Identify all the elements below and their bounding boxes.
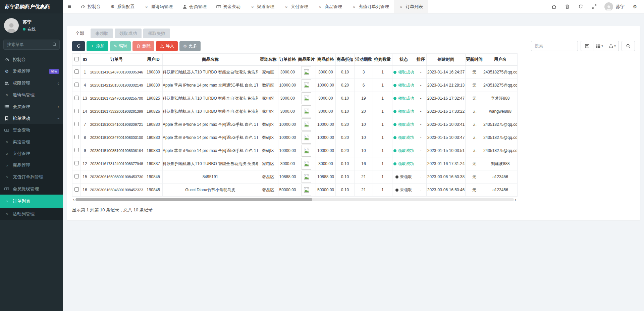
sidebar-item-控制台[interactable]: 控制台 [0, 54, 63, 65]
cell-username: 刘建波888 [483, 157, 518, 170]
cell-period: 20 [355, 105, 373, 118]
refresh-icon [76, 44, 81, 48]
tab-未领取[interactable]: 未领取 [91, 29, 113, 38]
topnav-item-label: 渠道管理 [257, 4, 274, 10]
home-icon[interactable] [551, 4, 557, 10]
row-checkbox[interactable] [74, 174, 79, 178]
cell-channel: 数码区 [258, 131, 278, 144]
select-all-checkbox[interactable] [74, 57, 79, 61]
row-checkbox[interactable] [74, 135, 79, 139]
row-checkbox[interactable] [74, 109, 79, 113]
circle-icon: ○ [4, 175, 9, 179]
top-navbar: ≡ 控制台⚙系统配置○邀请码管理会员管理资金变动○渠道管理○支付管理○商品管理○… [63, 0, 644, 13]
sidebar-item-label: 支付管理 [13, 151, 59, 157]
cell-status: 领取成功 [392, 66, 415, 79]
edit-button[interactable]: ✎编辑 [110, 41, 131, 51]
sidebar-search-input[interactable] [3, 40, 60, 50]
broken-image-icon [304, 174, 310, 180]
sidebar-subitem-支付管理[interactable]: ○支付管理 [0, 148, 63, 159]
topnav-item[interactable]: 资金变动 [211, 0, 245, 13]
sidebar-subitem-活动列管理[interactable]: ○活动列管理 [0, 208, 63, 220]
scroll-right-arrow[interactable]: › [514, 197, 517, 202]
cell-updated: 无 [466, 144, 483, 157]
cell-updated: 无 [466, 170, 483, 184]
dashboard-icon [80, 4, 86, 9]
topnav-item[interactable]: ⚙系统配置 [105, 0, 139, 13]
topnav-item[interactable]: 控制台 [76, 0, 105, 13]
table-search-input[interactable] [531, 41, 578, 51]
export-button[interactable]: ▾ [606, 41, 619, 51]
sidebar-menu: 控制台⚙常规管理new权限管理‹○邀请码管理会员管理‹抢单活动‹资金变动○渠道管… [0, 54, 63, 220]
scroll-left-arrow[interactable]: ‹ [72, 197, 75, 202]
scrollbar-thumb[interactable] [75, 198, 312, 201]
row-checkbox[interactable] [74, 122, 79, 126]
sidebar-item-label: 会员管理 [13, 104, 54, 110]
hamburger-icon[interactable]: ≡ [63, 0, 76, 13]
sidebar-subitem-渠道管理[interactable]: ○渠道管理 [0, 136, 63, 148]
table-view-tools: ▾ ▾ [531, 41, 635, 51]
cell-product-image [297, 79, 316, 92]
status-dot [393, 136, 396, 139]
image-placeholder [302, 158, 311, 170]
refresh-button[interactable] [72, 41, 85, 51]
add-button[interactable]: ＋添加 [87, 41, 108, 51]
cell-product-name: Apple 苹果 iPhone 14 pro max 全网通5G手机 白色 1T… [163, 79, 258, 92]
status-text: 领取成功 [398, 122, 414, 127]
table-row: 1420230116173322001908261399190826科沃斯扫地机… [72, 105, 518, 118]
cell-updated: 无 [466, 92, 483, 105]
row-checkbox[interactable] [74, 161, 79, 165]
more-button[interactable]: ⚙更多 [179, 41, 201, 51]
new-badge: new [49, 69, 59, 74]
detail-view-button[interactable] [581, 41, 593, 51]
online-status-dot [23, 28, 25, 31]
sidebar-subitem-会员提现管理[interactable]: 会员提现管理 [0, 183, 63, 195]
topnav-item[interactable]: ○商品管理 [313, 0, 347, 13]
fullscreen-icon[interactable] [591, 4, 597, 10]
cell-order-price: 50000.00 [278, 184, 297, 197]
sidebar-item-邀请码管理[interactable]: ○邀请码管理 [0, 89, 63, 101]
row-checkbox[interactable] [74, 148, 79, 152]
status-dot [393, 97, 396, 100]
topnav-item[interactable]: ○支付管理 [279, 0, 313, 13]
sidebar-item-常规管理[interactable]: ⚙常规管理new [0, 65, 63, 77]
cell-order-price: 3000.00 [278, 157, 297, 170]
row-checkbox[interactable] [74, 69, 79, 74]
delete-button[interactable]: 删除 [132, 41, 154, 51]
circle-icon: ○ [318, 4, 323, 9]
row-checkbox[interactable] [74, 96, 79, 100]
cell-order-price: 3000.00 [278, 92, 297, 105]
topnav-item[interactable]: ○渠道管理 [245, 0, 279, 13]
cell-user-id: 190830 [144, 66, 163, 79]
image-placeholder [302, 66, 311, 78]
sidebar-subitem-资金变动[interactable]: 资金变动 [0, 124, 63, 136]
row-checkbox[interactable] [74, 187, 79, 192]
refresh-icon[interactable] [578, 4, 584, 10]
cell-discount: 0.20 [336, 131, 355, 144]
sidebar-item-权限管理[interactable]: 权限管理‹ [0, 77, 63, 89]
bookmark-icon [4, 116, 9, 121]
cell-user-id: 190837 [144, 157, 163, 170]
gears-icon[interactable]: ⚙ [632, 4, 638, 10]
tab-全部[interactable]: 全部 [71, 29, 89, 38]
sidebar-item-抢单活动[interactable]: 抢单活动‹ [0, 112, 63, 124]
user-menu[interactable]: 苏宁 [604, 2, 625, 11]
topnav-item[interactable]: ○订单列表 [394, 0, 428, 13]
sidebar-subitem-商品管理[interactable]: ○商品管理 [0, 159, 63, 171]
sidebar-subitem-充值订单列管理[interactable]: ○充值订单列管理 [0, 171, 63, 183]
import-button[interactable]: 导入 [156, 41, 178, 51]
tab-领取成功[interactable]: 领取成功 [115, 29, 142, 38]
row-checkbox[interactable] [74, 83, 79, 87]
topnav-item[interactable]: ○邀请码管理 [139, 0, 177, 13]
sidebar-item-会员管理[interactable]: 会员管理‹ [0, 101, 63, 112]
tab-领取失败[interactable]: 领取失败 [143, 29, 170, 38]
topnav-item[interactable]: ○充值订单列管理 [347, 0, 394, 13]
search-button[interactable] [622, 41, 635, 51]
orders-panel: 全部未领取领取成功领取失败 ＋添加 ✎编辑 删除 导入 [67, 26, 640, 220]
circle-icon: ○ [284, 4, 289, 9]
sidebar-subitem-订单列表[interactable]: ○订单列表 [0, 195, 63, 208]
columns-button[interactable]: ▾ [593, 41, 606, 51]
trash-icon[interactable] [564, 4, 570, 10]
cell-sort: - [415, 131, 427, 144]
scrollbar-track[interactable] [75, 198, 514, 201]
topnav-item[interactable]: 会员管理 [177, 0, 211, 13]
